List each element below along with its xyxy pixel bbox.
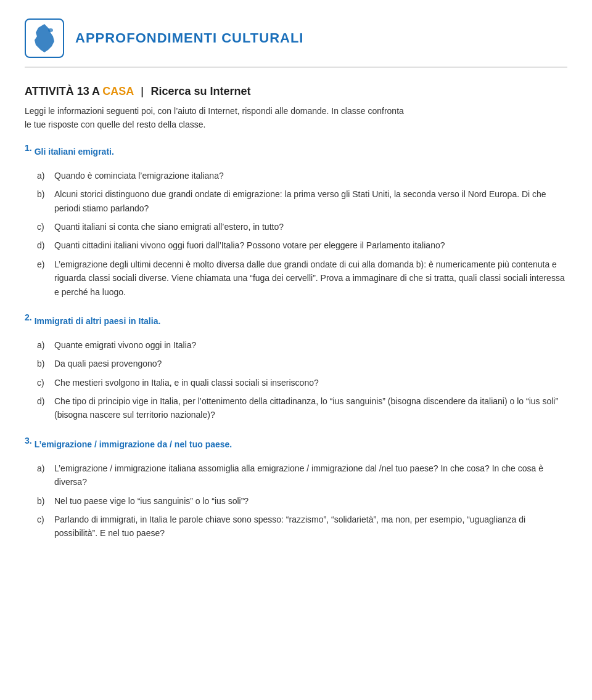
q-label: b) [37, 494, 54, 508]
svg-marker-0 [35, 24, 54, 52]
section-2: 2. Immigrati di altri paesi in Italia. a… [25, 312, 567, 422]
q-text: Alcuni storici distinguono due grandi on… [54, 187, 567, 215]
q-label: a) [37, 338, 54, 352]
page-header: APPROFONDIMENTI CULTURALI [25, 18, 567, 68]
section-1: 1. Gli italiani emigrati. a) Quando è co… [25, 143, 567, 299]
list-item: b) Da quali paesi provengono? [37, 357, 567, 370]
q-text: Nel tuo paese vige lo “ius sanguinis” o … [54, 494, 567, 508]
q-text: Quando è cominciata l’emigrazione italia… [54, 169, 567, 182]
list-item: d) Quanti cittadini italiani vivono oggi… [37, 238, 567, 252]
section-3-header: 3. L’emigrazione / immigrazione da / nel… [25, 436, 567, 455]
q-text: L’emigrazione degli ultimi decenni è mol… [54, 258, 567, 299]
q-label: d) [37, 238, 54, 252]
list-item: d) Che tipo di principio vige in Italia,… [37, 394, 567, 422]
q-text: Che mestieri svolgono in Italia, e in qu… [54, 376, 567, 389]
section-1-questions: a) Quando è cominciata l’emigrazione ita… [37, 169, 567, 299]
svg-point-1 [48, 28, 53, 32]
activity-suffix: Ricerca su Internet [150, 85, 250, 97]
list-item: b) Nel tuo paese vige lo “ius sanguinis”… [37, 494, 567, 508]
list-item: e) L’emigrazione degli ultimi decenni è … [37, 258, 567, 299]
q-label: c) [37, 220, 54, 234]
q-text: Quanti cittadini italiani vivono oggi fu… [54, 238, 567, 252]
list-item: b) Alcuni storici distinguono due grandi… [37, 187, 567, 215]
q-label: c) [37, 513, 54, 540]
section-1-number: 1. [25, 143, 32, 153]
q-label: b) [37, 187, 54, 215]
list-item: c) Che mestieri svolgono in Italia, e in… [37, 376, 567, 389]
q-label: d) [37, 394, 54, 422]
list-item: a) Quante emigrati vivono oggi in Italia… [37, 338, 567, 352]
header-title: APPROFONDIMENTI CULTURALI [75, 30, 303, 46]
section-1-header: 1. Gli italiani emigrati. [25, 143, 567, 163]
q-label: a) [37, 462, 54, 489]
q-text: Da quali paesi provengono? [54, 357, 567, 370]
q-label: a) [37, 169, 54, 182]
q-text: Che tipo di principio vige in Italia, pe… [54, 394, 567, 422]
list-item: c) Parlando di immigrati, in Italia le p… [37, 513, 567, 540]
list-item: a) L’emigrazione / immigrazione italiana… [37, 462, 567, 489]
section-2-title: Immigrati di altri paesi in Italia. [35, 316, 161, 326]
activity-pipe: | [138, 85, 147, 97]
section-3-title: L’emigrazione / immigrazione da / nel tu… [35, 439, 232, 449]
section-3: 3. L’emigrazione / immigrazione da / nel… [25, 436, 567, 540]
q-label: e) [37, 258, 54, 299]
logo-box [25, 18, 64, 58]
q-text: L’emigrazione / immigrazione italiana as… [54, 462, 567, 489]
q-text: Parlando di immigrati, in Italia le paro… [54, 513, 567, 540]
q-label: c) [37, 376, 54, 389]
activity-casa: CASA [102, 85, 134, 97]
section-2-header: 2. Immigrati di altri paesi in Italia. [25, 312, 567, 332]
intro-text-1: Leggi le informazioni seguenti poi, con … [25, 104, 567, 132]
section-2-questions: a) Quante emigrati vivono oggi in Italia… [37, 338, 567, 422]
q-text: Quanti italiani si conta che siano emigr… [54, 220, 567, 234]
section-3-questions: a) L’emigrazione / immigrazione italiana… [37, 462, 567, 540]
q-text: Quante emigrati vivono oggi in Italia? [54, 338, 567, 352]
italy-logo-icon [32, 23, 57, 54]
section-3-number: 3. [25, 436, 32, 446]
activity-title: ATTIVITÀ 13 A CASA | Ricerca su Internet [25, 85, 567, 98]
q-label: b) [37, 357, 54, 370]
list-item: a) Quando è cominciata l’emigrazione ita… [37, 169, 567, 182]
activity-prefix: ATTIVITÀ 13 A [25, 85, 102, 97]
list-item: c) Quanti italiani si conta che siano em… [37, 220, 567, 234]
section-2-number: 2. [25, 312, 32, 322]
section-1-title: Gli italiani emigrati. [35, 147, 114, 157]
